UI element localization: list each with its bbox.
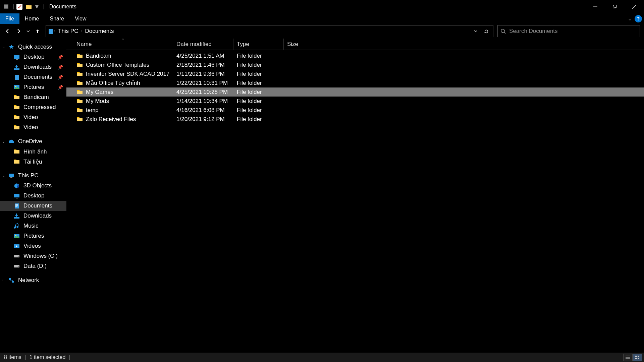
sidebar-network[interactable]: › Network	[0, 275, 66, 285]
status-bar: 8 items | 1 item selected |	[0, 353, 644, 362]
sidebar-label: Quick access	[18, 44, 52, 50]
column-headers: Name⌃ Date modified Type Size	[66, 39, 644, 50]
sidebar-item-3d-objects[interactable]: 3D Objects	[0, 181, 66, 191]
sidebar-item-label: Compressed	[23, 104, 56, 111]
folder-icon	[13, 148, 20, 155]
folder-icon	[76, 71, 83, 77]
column-date[interactable]: Date modified	[173, 39, 233, 50]
ribbon-tabs: File Home Share View ⌵ ?	[0, 13, 644, 24]
expand-icon[interactable]: ⌄	[2, 139, 5, 144]
file-row-inventor-server-sdk-acad-2017[interactable]: Inventor Server SDK ACAD 2017 1/11/2021 …	[66, 69, 644, 78]
column-size[interactable]: Size	[284, 39, 315, 50]
column-name[interactable]: Name⌃	[73, 39, 173, 50]
file-row-m-u-office-t-y-ch-nh[interactable]: Mẫu Office Tùy chỉnh 1/22/2021 10:31 PM …	[66, 78, 644, 87]
sidebar-item-t-i-li-u[interactable]: Tài liệu	[0, 157, 66, 167]
file-rows[interactable]: Bandicam 4/25/2021 1:51 AM File folder C…	[66, 50, 644, 353]
videos-icon	[13, 243, 20, 249]
up-button[interactable]	[32, 25, 43, 37]
sidebar-item-label: Hình ảnh	[23, 148, 47, 155]
network-icon	[8, 277, 15, 284]
file-name: Mẫu Office Tùy chỉnh	[86, 79, 140, 86]
folder-icon	[76, 116, 83, 123]
folder-icon	[13, 104, 20, 111]
sidebar-item-desktop[interactable]: Desktop	[0, 191, 66, 201]
qat-customize-dropdown[interactable]: ⯆	[34, 3, 40, 11]
help-button[interactable]: ?	[635, 15, 642, 22]
tab-file[interactable]: File	[0, 13, 19, 24]
maximize-button[interactable]	[605, 0, 625, 13]
document-icon	[13, 202, 20, 209]
file-row-bandicam[interactable]: Bandicam 4/25/2021 1:51 AM File folder	[66, 51, 644, 60]
ribbon-expand-icon[interactable]: ⌵	[629, 16, 631, 21]
expand-icon[interactable]: ⌄	[2, 174, 5, 178]
minimize-button[interactable]	[586, 0, 605, 13]
forward-button[interactable]	[13, 25, 24, 37]
sidebar-item-desktop[interactable]: Desktop📌	[0, 52, 66, 62]
sidebar-item-documents[interactable]: Documents📌	[0, 72, 66, 82]
search-box[interactable]	[497, 25, 640, 37]
sidebar-item-video[interactable]: Video	[0, 122, 66, 132]
sidebar-item-label: Windows (C:)	[23, 253, 58, 259]
breadcrumb-documents[interactable]: Documents	[82, 26, 116, 36]
sort-ascending-icon: ⌃	[121, 38, 124, 42]
sidebar-item-pictures[interactable]: Pictures	[0, 231, 66, 241]
sidebar-item-bandicam[interactable]: Bandicam	[0, 92, 66, 102]
separator: |	[25, 354, 26, 360]
expand-icon[interactable]: ›	[2, 278, 3, 282]
address-bar[interactable]: › This PC › Documents	[46, 25, 493, 37]
location-icon	[47, 28, 54, 35]
sidebar-item-data-d-[interactable]: Data (D:)	[0, 261, 66, 271]
sidebar-quick-access[interactable]: ⌄ Quick access	[0, 42, 66, 52]
sidebar-item-downloads[interactable]: Downloads📌	[0, 62, 66, 72]
refresh-button[interactable]	[481, 25, 492, 37]
close-button[interactable]	[625, 0, 644, 13]
tab-share[interactable]: Share	[44, 13, 69, 24]
sidebar-item-music[interactable]: Music	[0, 221, 66, 231]
back-button[interactable]	[2, 25, 13, 37]
file-row-temp[interactable]: temp 4/16/2021 6:08 PM File folder	[66, 106, 644, 115]
sidebar-item-compressed[interactable]: Compressed	[0, 102, 66, 112]
file-row-my-games[interactable]: My Games 4/25/2021 10:28 PM File folder	[66, 87, 644, 97]
app-icon	[2, 3, 10, 11]
file-type: File folder	[233, 89, 284, 96]
status-selection: 1 item selected	[30, 354, 66, 360]
sidebar-item-h-nh-nh[interactable]: Hình ảnh	[0, 146, 66, 157]
qat-properties-icon[interactable]	[15, 3, 23, 11]
pin-icon: 📌	[58, 75, 63, 80]
sidebar-item-label: Video	[23, 124, 38, 131]
pictures-icon	[13, 233, 20, 239]
file-row-zalo-received-files[interactable]: Zalo Received Files 1/20/2021 9:12 PM Fi…	[66, 115, 644, 124]
sidebar-onedrive[interactable]: ⌄ OneDrive	[0, 136, 66, 146]
file-type: File folder	[233, 116, 284, 123]
window-title: Documents	[49, 4, 76, 10]
sidebar-label: OneDrive	[18, 138, 42, 145]
sidebar-item-documents[interactable]: Documents	[0, 201, 66, 211]
column-type[interactable]: Type	[233, 39, 284, 50]
view-thumbnails-button[interactable]	[633, 354, 642, 361]
qat-folder-icon[interactable]	[25, 3, 33, 11]
tab-view[interactable]: View	[69, 13, 92, 24]
breadcrumb-this-pc[interactable]: This PC	[55, 26, 81, 36]
file-row-custom-office-templates[interactable]: Custom Office Templates 2/18/2021 1:46 P…	[66, 60, 644, 69]
search-input[interactable]	[509, 28, 638, 35]
sidebar-this-pc[interactable]: ⌄ This PC	[0, 171, 66, 181]
file-type: File folder	[233, 53, 284, 59]
tab-home[interactable]: Home	[19, 13, 45, 24]
file-row-my-mods[interactable]: My Mods 1/14/2021 10:34 PM File folder	[66, 97, 644, 106]
address-history-dropdown[interactable]	[470, 25, 481, 37]
sidebar-item-pictures[interactable]: Pictures📌	[0, 82, 66, 92]
sidebar-item-videos[interactable]: Videos	[0, 241, 66, 251]
file-date: 2/18/2021 1:46 PM	[173, 62, 233, 68]
sidebar-item-downloads[interactable]: Downloads	[0, 211, 66, 221]
sidebar-label: This PC	[18, 172, 38, 179]
view-details-button[interactable]	[623, 354, 633, 361]
expand-icon[interactable]: ⌄	[2, 45, 5, 49]
sidebar-item-label: 3D Objects	[23, 182, 52, 189]
pc-icon	[8, 172, 15, 179]
sidebar-item-video[interactable]: Video	[0, 112, 66, 122]
navigation-pane[interactable]: ⌄ Quick access Desktop📌 Downloads📌 Docum…	[0, 39, 66, 353]
folder-icon	[13, 114, 20, 121]
recent-dropdown[interactable]	[25, 25, 32, 37]
sidebar-item-windows-c-[interactable]: Windows (C:)	[0, 251, 66, 261]
drive-icon	[13, 263, 20, 269]
